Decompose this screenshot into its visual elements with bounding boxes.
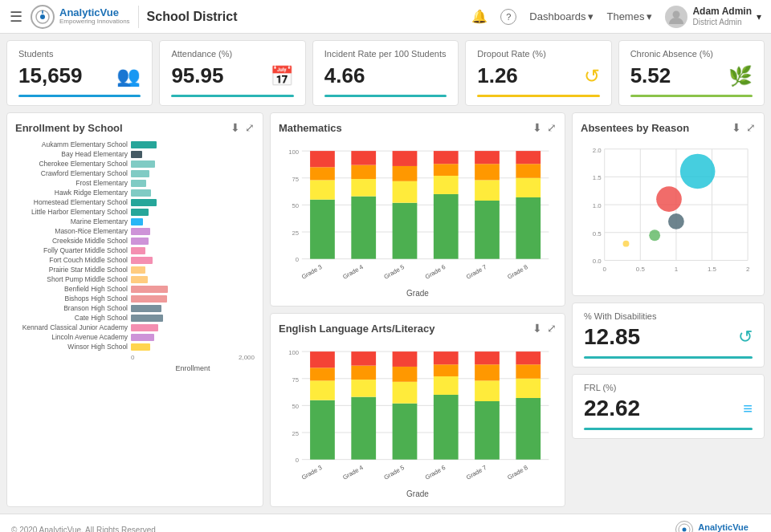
enrollment-chart: Aukamm Elementary SchoolBay Head Element… [15,140,255,351]
enrollment-bar [131,315,163,322]
svg-point-105 [656,186,682,212]
svg-rect-61 [351,366,376,380]
svg-point-110 [683,528,687,532]
svg-rect-36 [475,164,500,180]
enrollment-bar [131,199,157,206]
svg-rect-32 [434,151,459,164]
kpi-incident: Incident Rate per 100 Students 4.66 [312,40,459,106]
svg-rect-71 [434,364,459,376]
enrollment-bar [131,266,145,274]
svg-point-108 [623,241,630,247]
math-header: Mathematics ⬇ ⤢ [279,121,557,134]
enrollment-header: Enrollment by School ⬇ ⤢ [15,121,255,134]
list-item: Hawk Ridge Elementary [15,189,255,197]
enrollment-expand-button[interactable]: ⤢ [245,121,255,134]
copyright: © 2020 AnalyticVue. All Rights Reserved [11,526,156,533]
svg-point-106 [668,213,684,229]
list-item: Creekside Middle School [15,237,255,245]
logo-text: AnalyticVue Empowering Innovations [59,7,130,26]
svg-rect-35 [475,180,500,201]
svg-rect-59 [351,397,376,460]
menu-icon[interactable]: ☰ [10,8,22,26]
ela-axis-label: Grade [279,489,557,498]
kpi-dropout-value: 1.26 [477,63,518,88]
svg-rect-56 [310,368,335,380]
kpi-attendance-label: Attendance (%) [171,49,293,59]
bell-icon[interactable]: 🔔 [471,9,487,24]
dashboards-button[interactable]: Dashboards ▾ [529,10,594,22]
enrollment-school-label: Cherokee Elementary School [15,160,128,168]
header: ☰ AnalyticVue Empowering Innovations Sch… [0,0,771,34]
svg-text:1: 1 [675,266,679,273]
enrollment-bar [131,324,158,331]
enrollment-bar [131,257,153,264]
enrollment-bar [131,295,167,303]
list-item: Aukamm Elementary School [15,140,255,148]
frl-underline [584,428,753,430]
absentees-actions: ⬇ ⤢ [732,121,756,134]
logo-circle [31,5,55,29]
svg-rect-14 [310,200,335,259]
enrollment-download-button[interactable]: ⬇ [230,121,240,134]
list-item: Cate High School [15,314,255,322]
list-item: Kennard Classical Junior Academy [15,323,255,331]
avatar [665,6,687,28]
disabilities-card: % With Disabilities 12.85 ↺ [572,303,765,368]
svg-rect-25 [393,181,418,203]
ela-download-button[interactable]: ⬇ [532,322,542,335]
brand-tagline: Empowering Innovations [59,18,130,26]
svg-rect-57 [310,351,335,368]
kpi-attendance-value: 95.95 [171,63,223,88]
enrollment-school-label: Frost Elementary [15,179,128,187]
enrollment-bar [131,209,149,216]
svg-text:Grade 8: Grade 8 [506,464,529,481]
axis-tick-max: 2,000 [239,354,255,361]
ela-panel: English Language Arts/Literacy ⬇ ⤢ 10075… [270,313,565,507]
enrollment-bar [131,160,155,168]
math-axis-label: Grade [279,289,557,298]
absentees-download-button[interactable]: ⬇ [732,121,741,134]
ela-chart-svg: 1007550250Grade 3Grade 4Grade 5Grade 6Gr… [279,341,557,485]
enrollment-school-label: Hawk Ridge Elementary [15,189,128,197]
enrollment-school-label: Crawford Elementary School [15,169,128,177]
list-item: Bishops High School [15,294,255,303]
svg-text:Grade 6: Grade 6 [424,263,447,281]
math-panel: Mathematics ⬇ ⤢ 1007550250Grade 3Grade 4… [270,112,565,307]
kpi-incident-value: 4.66 [324,63,365,88]
ela-expand-button[interactable]: ⤢ [547,322,557,335]
kpi-absence-value: 5.52 [630,63,671,88]
svg-text:1.5: 1.5 [708,266,717,273]
svg-text:2: 2 [746,266,749,273]
list-item: Bay Head Elementary [15,150,255,158]
enrollment-school-label: Bay Head Elementary [15,150,128,158]
kpi-students-value: 15,659 [18,63,83,88]
enrollment-school-label: Short Pump Middle School [15,275,128,283]
absentees-chart-svg: 02.00.51.511.01.50.520.0 [581,140,756,285]
svg-rect-72 [434,351,459,364]
list-item: Branson High School [15,304,255,312]
svg-text:Grade 3: Grade 3 [300,263,324,281]
user-chevron-icon: ▾ [757,11,761,22]
absentees-header: Absentees by Reason ⬇ ⤢ [581,121,756,134]
themes-button[interactable]: Themes ▾ [606,10,652,22]
svg-text:Grade 5: Grade 5 [382,464,406,481]
svg-rect-55 [310,380,335,400]
user-menu[interactable]: Adam Admin District Admin ▾ [665,6,761,28]
enrollment-bar [131,189,151,197]
svg-text:0: 0 [603,266,607,273]
math-actions: ⬇ ⤢ [532,121,557,134]
list-item: Winsor High School [15,343,255,351]
svg-rect-75 [475,380,500,401]
svg-rect-19 [351,197,376,259]
math-download-button[interactable]: ⬇ [532,121,542,134]
help-icon[interactable]: ? [500,9,516,25]
mid-col: Mathematics ⬇ ⤢ 1007550250Grade 3Grade 4… [270,112,565,507]
svg-rect-64 [393,404,418,460]
math-expand-button[interactable]: ⤢ [547,121,557,134]
absentees-expand-button[interactable]: ⤢ [746,121,756,134]
list-item: Prairie Star Middle School [15,266,255,274]
ela-actions: ⬇ ⤢ [532,322,557,335]
enrollment-school-label: Prairie Star Middle School [15,266,128,274]
svg-point-107 [649,229,660,241]
svg-rect-79 [516,398,541,460]
